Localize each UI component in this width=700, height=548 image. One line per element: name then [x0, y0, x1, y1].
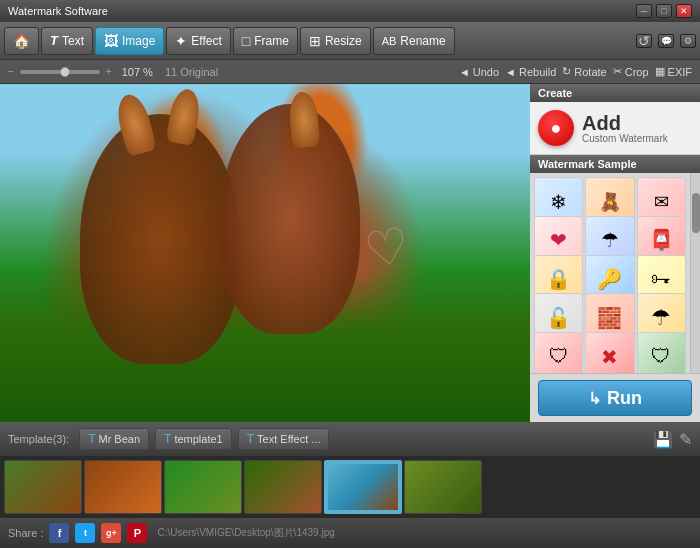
add-text-block: Add Custom Watermark — [582, 113, 668, 144]
crop-label: Crop — [625, 66, 649, 78]
filmstrip-thumb-1[interactable] — [4, 460, 82, 514]
watermark-grid: ❄ 🧸 ✉ ❤ ☂ 📮 — [530, 173, 690, 373]
frame-label: Frame — [254, 34, 289, 48]
content-area: ♡ Create ● Add Custom Watermark Watermar… — [0, 84, 700, 422]
chat-button[interactable]: 💬 — [658, 34, 674, 48]
rebuild-label: Rebuild — [519, 66, 556, 78]
filmstrip-thumb-6[interactable] — [404, 460, 482, 514]
rotate-label: Rotate — [574, 66, 606, 78]
template-icon-2: T — [164, 432, 171, 446]
resize-label: Resize — [325, 34, 362, 48]
share-bar: Share : f t g+ P C:\Users\VMIGE\Desktop\… — [0, 518, 700, 548]
rename-button[interactable]: AB Rename — [373, 27, 455, 55]
undo-toolbar-button[interactable]: ↺ — [636, 34, 652, 48]
minimize-button[interactable]: ─ — [636, 4, 652, 18]
template-bar: Template(3): T Mr Bean T template1 T Tex… — [0, 422, 700, 456]
template-mr-bean[interactable]: T Mr Bean — [79, 428, 149, 450]
effect-icon: ✦ — [175, 33, 187, 49]
template-icon-1: T — [88, 432, 95, 446]
save-template-button[interactable]: 💾 — [653, 430, 673, 449]
undo-label: Undo — [473, 66, 499, 78]
home-icon: 🏠 — [13, 33, 30, 49]
facebook-share-button[interactable]: f — [49, 523, 69, 543]
scrollbar-thumb — [692, 193, 700, 233]
rebuild-arrow: ◄ — [505, 66, 516, 78]
resize-icon: ⊞ — [309, 33, 321, 49]
text-icon: T — [50, 33, 58, 48]
panel-scrollbar[interactable] — [690, 173, 700, 373]
original-label: 11 Original — [165, 66, 218, 78]
frame-button[interactable]: □ Frame — [233, 27, 298, 55]
text-button[interactable]: T Text — [41, 27, 93, 55]
squirrel-left — [80, 114, 240, 364]
zoom-out-icon[interactable]: − — [8, 66, 14, 77]
file-path: C:\Users\VMIGE\Desktop\图片\1439.jpg — [157, 526, 334, 540]
template-actions: 💾 ✎ — [653, 430, 692, 449]
template-name-2: template1 — [174, 433, 222, 445]
template-text-effect[interactable]: T Text Effect ... — [238, 428, 330, 450]
template-template1[interactable]: T template1 — [155, 428, 232, 450]
effect-label: Effect — [191, 34, 221, 48]
filmstrip-thumb-5[interactable] — [324, 460, 402, 514]
image-button[interactable]: 🖼 Image — [95, 27, 164, 55]
filmstrip-thumb-4[interactable] — [244, 460, 322, 514]
add-icon: ● — [538, 110, 574, 146]
effect-button[interactable]: ✦ Effect — [166, 27, 230, 55]
wm-sample-15[interactable]: 🛡 — [637, 332, 686, 373]
edit-template-button[interactable]: ✎ — [679, 430, 692, 449]
undo-arrow: ◄ — [459, 66, 470, 78]
filmstrip-thumb-3[interactable] — [164, 460, 242, 514]
template-label: Template(3): — [8, 433, 69, 445]
maximize-button[interactable]: □ — [656, 4, 672, 18]
frame-icon: □ — [242, 33, 250, 49]
zoom-value: 107 % — [122, 66, 153, 78]
create-label: Create — [538, 87, 572, 99]
share-label: Share : — [8, 527, 43, 539]
exif-button[interactable]: ▦ EXIF — [655, 65, 692, 78]
crop-button[interactable]: ✂ Crop — [613, 65, 649, 78]
run-icon: ↳ — [588, 389, 601, 408]
resize-button[interactable]: ⊞ Resize — [300, 27, 371, 55]
heart-watermark: ♡ — [360, 216, 414, 281]
wm-sample-13[interactable]: 🛡 — [534, 332, 583, 373]
close-button[interactable]: ✕ — [676, 4, 692, 18]
run-area: ↳ Run — [530, 373, 700, 422]
create-header: Create — [530, 84, 700, 102]
googleplus-share-button[interactable]: g+ — [101, 523, 121, 543]
rotate-arrow: ↻ — [562, 65, 571, 78]
image-label: Image — [122, 34, 155, 48]
main-toolbar: 🏠 T Text 🖼 Image ✦ Effect □ Frame ⊞ Resi… — [0, 22, 700, 60]
wm-sample-14[interactable]: ✖ — [585, 332, 634, 373]
title-bar: Watermark Software ─ □ ✕ — [0, 0, 700, 22]
watermark-sample-label: Watermark Sample — [538, 158, 637, 170]
template-icon-3: T — [247, 432, 254, 446]
window-controls: ─ □ ✕ — [636, 4, 692, 18]
settings-button[interactable]: ⚙ — [680, 34, 696, 48]
pinterest-share-button[interactable]: P — [127, 523, 147, 543]
rename-icon: AB — [382, 35, 397, 47]
twitter-share-button[interactable]: t — [75, 523, 95, 543]
watermark-sample-header: Watermark Sample — [530, 155, 700, 173]
image-canvas[interactable]: ♡ — [0, 84, 530, 422]
run-label: Run — [607, 388, 642, 409]
squirrel-right — [220, 104, 360, 334]
zoom-slider[interactable] — [20, 70, 100, 74]
exif-label: EXIF — [668, 66, 692, 78]
add-label: Add — [582, 113, 668, 133]
action-buttons: ◄ Undo ◄ Rebuild ↻ Rotate ✂ Crop ▦ EXIF — [459, 65, 692, 78]
app-window: Watermark Software ─ □ ✕ 🏠 T Text 🖼 Imag… — [0, 0, 700, 548]
rebuild-button[interactable]: ◄ Rebuild — [505, 66, 556, 78]
add-watermark-button[interactable]: ● Add Custom Watermark — [530, 102, 700, 155]
crop-arrow: ✂ — [613, 65, 622, 78]
run-button[interactable]: ↳ Run — [538, 380, 692, 416]
template-name-1: Mr Bean — [98, 433, 140, 445]
rotate-button[interactable]: ↻ Rotate — [562, 65, 606, 78]
app-title: Watermark Software — [8, 5, 108, 17]
exif-icon: ▦ — [655, 65, 665, 78]
watermark-grid-wrapper: ❄ 🧸 ✉ ❤ ☂ 📮 — [530, 173, 700, 373]
image-icon: 🖼 — [104, 33, 118, 49]
filmstrip-thumb-2[interactable] — [84, 460, 162, 514]
undo-button[interactable]: ◄ Undo — [459, 66, 499, 78]
home-button[interactable]: 🏠 — [4, 27, 39, 55]
zoom-in-icon[interactable]: + — [106, 66, 112, 77]
